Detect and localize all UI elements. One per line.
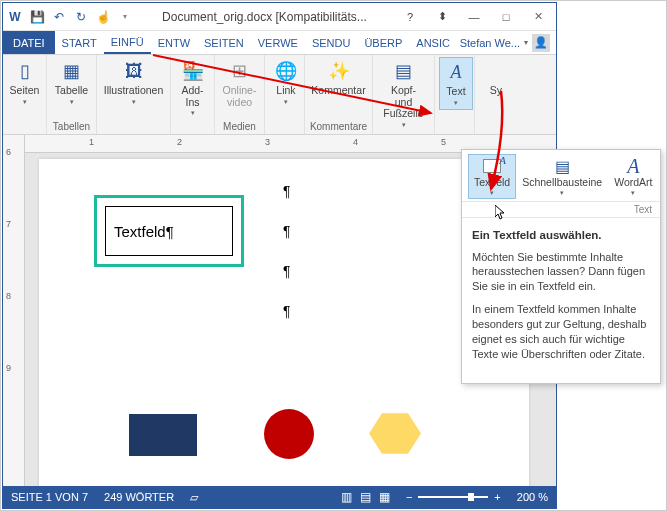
status-page[interactable]: SEITE 1 VON 7 — [11, 491, 88, 503]
text-button[interactable]: A Text ▾ — [439, 57, 473, 110]
kopf-fusszeile-button[interactable]: ▤ Kopf- und Fußzeile ▾ — [377, 57, 430, 131]
picture-icon: 🖼 — [122, 59, 146, 83]
link-icon: 🌐 — [274, 59, 298, 83]
view-mode-icons: ▥ ▤ ▦ — [341, 490, 390, 504]
title-bar: W 💾 ↶ ↻ ☝ ▾ Document_orig.docx [Kompatib… — [3, 3, 556, 31]
zoom-out-icon[interactable]: − — [406, 491, 412, 503]
web-layout-icon[interactable]: ▦ — [379, 490, 390, 504]
textbox-content[interactable]: Textfeld¶ — [105, 206, 233, 256]
tab-einfuegen[interactable]: EINFÜ — [104, 31, 151, 54]
print-layout-icon[interactable]: ▤ — [360, 490, 371, 504]
close-button[interactable]: ✕ — [524, 7, 552, 27]
slider-thumb[interactable] — [468, 493, 474, 501]
wordart-item[interactable]: A WordArt ▾ — [608, 154, 658, 199]
tooltip-paragraph: Möchten Sie bestimmte Inhalte herausstec… — [472, 250, 650, 295]
tab-entwurf[interactable]: ENTW — [151, 31, 197, 54]
chevron-down-icon: ▾ — [631, 189, 635, 197]
seiten-button[interactable]: ▯ Seiten ▾ — [7, 57, 42, 108]
paragraph-mark-icon: ¶ — [283, 223, 291, 239]
wordart-label: WordArt — [614, 176, 652, 188]
ruler-tick: 5 — [441, 137, 446, 147]
status-lang-icon[interactable]: ▱ — [190, 491, 198, 504]
ruler-tick: 1 — [89, 137, 94, 147]
schnellbausteine-item[interactable]: ▤ Schnellbausteine ▾ — [516, 154, 608, 199]
maximize-button[interactable]: □ — [492, 7, 520, 27]
link-button[interactable]: 🌐 Link ▾ — [269, 57, 303, 108]
read-mode-icon[interactable]: ▥ — [341, 490, 352, 504]
textfeld-item[interactable]: A Textfeld ▾ — [468, 154, 516, 199]
user-chevron-down-icon: ▾ — [524, 38, 528, 47]
zoom-in-icon[interactable]: + — [494, 491, 500, 503]
window-controls: ? ⬍ — □ ✕ — [396, 7, 552, 27]
table-icon: ▦ — [60, 59, 84, 83]
ruler-tick: 7 — [6, 219, 11, 229]
chevron-down-icon: ▾ — [284, 98, 288, 106]
kommentar-label: Kommentar — [311, 85, 365, 97]
text-dropdown: A Textfeld ▾ ▤ Schnellbausteine ▾ A Word… — [461, 149, 661, 384]
status-words[interactable]: 249 WÖRTER — [104, 491, 174, 503]
symbole-label: Sy — [490, 85, 502, 97]
wordart-icon: A — [621, 156, 645, 176]
textbox-shape[interactable]: Textfeld¶ — [94, 195, 244, 267]
paragraph-mark-icon: ¶ — [283, 303, 291, 319]
ribbon-tabs: DATEI START EINFÜ ENTW SEITEN VERWE SEND… — [3, 31, 556, 55]
illustrationen-label: Illustrationen — [104, 85, 164, 97]
tab-datei[interactable]: DATEI — [3, 31, 55, 54]
textbox-icon: A — [480, 156, 504, 176]
save-icon[interactable]: 💾 — [29, 9, 45, 25]
user-account[interactable]: Stefan We... ▾ 👤 — [460, 31, 556, 54]
ribbon: ▯ Seiten ▾ ▦ Tabelle ▾ Tabellen — [3, 55, 556, 135]
tabelle-button[interactable]: ▦ Tabelle ▾ — [51, 57, 92, 108]
paragraph-mark-icon: ¶ — [283, 263, 291, 279]
zoom-slider[interactable]: − + — [406, 491, 501, 503]
rectangle-shape[interactable] — [129, 414, 197, 456]
document-page[interactable]: ¶ ¶ ¶ ¶ Textfeld¶ — [39, 159, 529, 486]
hexagon-shape[interactable] — [369, 411, 421, 456]
symbols-icon — [484, 59, 508, 83]
qat-down-icon[interactable]: ▾ — [117, 9, 133, 25]
chevron-down-icon: ▾ — [132, 98, 136, 106]
tab-seitenlayout[interactable]: SEITEN — [197, 31, 251, 54]
kommentar-button[interactable]: ✨ Kommentar — [309, 57, 368, 99]
pages-icon: ▯ — [13, 59, 37, 83]
addins-button[interactable]: 🏪 Add-Ins ▾ — [175, 57, 210, 119]
video-icon: ⊞ — [228, 59, 252, 83]
tab-verweise[interactable]: VERWE — [251, 31, 305, 54]
text-icon: A — [444, 60, 468, 84]
text-label: Text — [446, 86, 465, 98]
tab-ansicht[interactable]: ANSIC — [409, 31, 457, 54]
tooltip-panel: Ein Textfeld auswählen. Möchten Sie best… — [462, 218, 660, 383]
tooltip-title: Ein Textfeld auswählen. — [472, 228, 650, 244]
textfeld-label: Textfeld — [474, 176, 510, 188]
tabelle-label: Tabelle — [55, 85, 88, 97]
tab-sendungen[interactable]: SENDU — [305, 31, 358, 54]
header-footer-icon: ▤ — [392, 59, 416, 83]
symbole-button[interactable]: Sy — [479, 57, 513, 99]
undo-icon[interactable]: ↶ — [51, 9, 67, 25]
zoom-level[interactable]: 200 % — [517, 491, 548, 503]
illustrationen-button[interactable]: 🖼 Illustrationen ▾ — [101, 57, 166, 108]
store-icon: 🏪 — [181, 59, 205, 83]
tab-ueberpruefen[interactable]: ÜBERP — [357, 31, 409, 54]
user-avatar-icon: 👤 — [532, 34, 550, 52]
video-label: Online- video — [223, 85, 257, 108]
tab-start[interactable]: START — [55, 31, 104, 54]
document-title: Document_orig.docx [Kompatibilitäts... — [133, 10, 396, 24]
help-icon[interactable]: ? — [396, 7, 424, 27]
chevron-down-icon: ▾ — [560, 189, 564, 197]
redo-icon[interactable]: ↻ — [73, 9, 89, 25]
ruler-tick: 9 — [6, 363, 11, 373]
online-video-button[interactable]: ⊞ Online- video — [219, 57, 260, 110]
ribbon-options-icon[interactable]: ⬍ — [428, 7, 456, 27]
chevron-down-icon: ▾ — [454, 99, 458, 107]
slider-track[interactable] — [418, 496, 488, 498]
group-label-text: Text — [462, 202, 660, 218]
seiten-label: Seiten — [10, 85, 40, 97]
minimize-button[interactable]: — — [460, 7, 488, 27]
schnellbausteine-label: Schnellbausteine — [522, 176, 602, 188]
ruler-tick: 8 — [6, 291, 11, 301]
group-medien: Medien — [219, 121, 260, 134]
chevron-down-icon: ▾ — [191, 109, 195, 117]
circle-shape[interactable] — [264, 409, 314, 459]
touch-mode-icon[interactable]: ☝ — [95, 9, 111, 25]
